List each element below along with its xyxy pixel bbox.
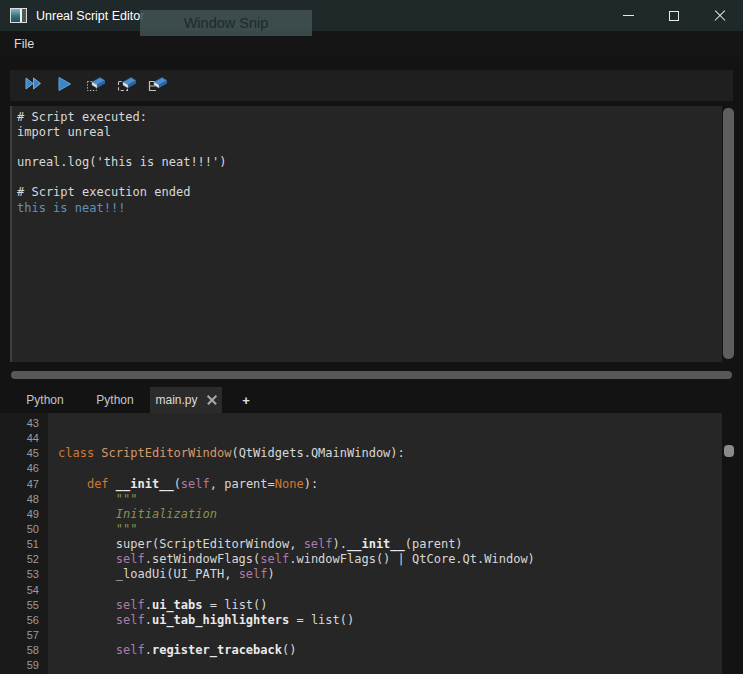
minimize-icon [623, 15, 634, 16]
execute-selection-button[interactable] [49, 72, 80, 100]
console-line: # Script execution ended [17, 185, 722, 200]
window-snip-overlay[interactable]: Window Snip [140, 10, 312, 36]
play-icon [57, 76, 72, 96]
editor-line: 55 self.ui_tabs = list() [0, 598, 743, 613]
editor-line: 50 """ [0, 522, 743, 537]
code-line[interactable] [48, 658, 722, 673]
line-number: 49 [0, 507, 48, 522]
code-line[interactable]: super(ScriptEditorWindow, self).__init__… [48, 537, 722, 552]
line-number: 54 [0, 583, 48, 598]
line-number: 59 [0, 658, 48, 673]
new-tab-button[interactable]: + [222, 387, 270, 413]
clear-all-button[interactable] [142, 72, 173, 100]
editor-line: 59 [0, 658, 743, 673]
editor-line: 53 _loadUi(UI_PATH, self) [0, 567, 743, 582]
line-number: 45 [0, 446, 48, 461]
app-window-panes-icon [10, 8, 27, 23]
code-line[interactable]: class ScriptEditorWindow(QtWidgets.QMain… [48, 446, 722, 461]
tab-close-icon[interactable] [207, 395, 217, 405]
code-line[interactable] [48, 583, 722, 598]
tab-python[interactable]: Python [80, 387, 150, 413]
editor-line: 46 [0, 461, 743, 476]
console-output[interactable]: # Script executed:import unreal unreal.l… [10, 106, 722, 362]
line-number: 51 [0, 537, 48, 552]
line-number: 56 [0, 613, 48, 628]
tab-python[interactable]: Python [10, 387, 80, 413]
line-number: 43 [0, 416, 48, 431]
editor-line: 44 [0, 431, 743, 446]
line-number: 46 [0, 461, 48, 476]
editor-line: 58 self.register_traceback() [0, 643, 743, 658]
script-tab-bar: PythonPythonmain.py+ [10, 387, 270, 413]
unreal-script-editor-window: { "window": { "title": "Unreal Script Ed… [0, 0, 743, 674]
line-number: 53 [0, 567, 48, 582]
console-line [17, 140, 722, 155]
maximize-icon [669, 11, 679, 21]
clear-output-button[interactable] [111, 72, 142, 100]
code-line[interactable]: self.register_traceback() [48, 643, 722, 658]
editor-lines: 43 44 45class ScriptEditorWindow(QtWidge… [0, 413, 743, 673]
code-editor[interactable]: 43 44 45class ScriptEditorWindow(QtWidge… [0, 413, 743, 674]
tab-label: + [242, 393, 250, 408]
code-line[interactable] [48, 431, 722, 446]
maximize-button[interactable] [651, 0, 697, 31]
line-number: 57 [0, 628, 48, 643]
editor-line: 43 [0, 416, 743, 431]
tab-label: main.py [155, 393, 197, 407]
line-number: 55 [0, 598, 48, 613]
close-button[interactable] [697, 0, 743, 31]
editor-vertical-scrollbar[interactable] [724, 445, 734, 457]
code-line[interactable]: """ [48, 522, 722, 537]
titlebar[interactable]: Unreal Script Editor [0, 0, 743, 31]
code-line[interactable]: def __init__(self, parent=None): [48, 477, 722, 492]
eraser-dashed-icon [116, 75, 138, 97]
editor-line: 45class ScriptEditorWindow(QtWidgets.QMa… [0, 446, 743, 461]
minimize-button[interactable] [605, 0, 651, 31]
clear-selection-button[interactable] [80, 72, 111, 100]
line-number: 47 [0, 477, 48, 492]
console-line: unreal.log('this is neat!!!') [17, 155, 722, 170]
code-line[interactable]: self.ui_tabs = list() [48, 598, 722, 613]
editor-line: 54 [0, 583, 743, 598]
console-line: # Script executed: [17, 110, 722, 125]
editor-line: 56 self.ui_tab_highlighters = list() [0, 613, 743, 628]
editor-line: 57 [0, 628, 743, 643]
code-line[interactable] [48, 416, 722, 431]
code-line[interactable]: """ [48, 492, 722, 507]
editor-line: 49 Initialization [0, 507, 743, 522]
line-number: 50 [0, 522, 48, 537]
eraser-dotted-icon [85, 75, 107, 97]
window-title: Unreal Script Editor [36, 9, 144, 23]
window-controls [605, 0, 743, 31]
console-line: this is neat!!! [17, 201, 722, 216]
line-number: 58 [0, 643, 48, 658]
close-icon [714, 10, 726, 22]
window-snip-label: Window Snip [184, 15, 269, 31]
line-number: 52 [0, 552, 48, 567]
code-line[interactable] [48, 461, 722, 476]
tab-label: Python [26, 393, 63, 407]
menubar: File [0, 31, 743, 57]
console-line [17, 170, 722, 185]
execute-all-button[interactable] [18, 72, 49, 100]
fast-forward-icon [24, 76, 44, 95]
code-line[interactable]: self.ui_tab_highlighters = list() [48, 613, 722, 628]
console-horizontal-scrollbar[interactable] [11, 371, 732, 379]
line-number: 48 [0, 492, 48, 507]
tab-main-py[interactable]: main.py [150, 387, 222, 413]
code-line[interactable] [48, 628, 722, 643]
code-line[interactable]: self.setWindowFlags(self.windowFlags() |… [48, 552, 722, 567]
console-vertical-scrollbar[interactable] [723, 108, 734, 359]
editor-line: 52 self.setWindowFlags(self.windowFlags(… [0, 552, 743, 567]
code-line[interactable]: _loadUi(UI_PATH, self) [48, 567, 722, 582]
editor-line: 47 def __init__(self, parent=None): [0, 477, 743, 492]
eraser-bracket-icon [147, 75, 169, 97]
code-line[interactable]: Initialization [48, 507, 722, 522]
tab-label: Python [96, 393, 133, 407]
line-number: 44 [0, 431, 48, 446]
editor-line: 48 """ [0, 492, 743, 507]
menu-file[interactable]: File [0, 37, 48, 51]
editor-line: 51 super(ScriptEditorWindow, self).__ini… [0, 537, 743, 552]
console-line: import unreal [17, 125, 722, 140]
toolbar [10, 70, 733, 101]
